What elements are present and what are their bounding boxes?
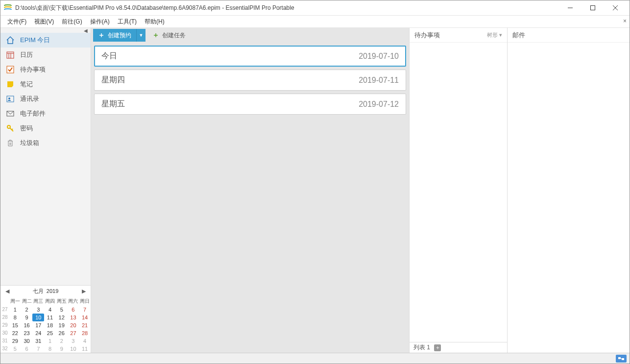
- calendar-day[interactable]: 7: [79, 306, 91, 314]
- day-card[interactable]: 星期四2019-07-11: [94, 70, 406, 91]
- maximize-button[interactable]: [582, 0, 604, 15]
- calendar-day[interactable]: 9: [21, 314, 33, 321]
- week-number: 27: [0, 306, 9, 314]
- calendar-day[interactable]: 20: [68, 321, 79, 329]
- calendar-day[interactable]: 16: [21, 321, 33, 329]
- calendar-day[interactable]: 5: [9, 345, 21, 353]
- app-icon: [3, 3, 12, 12]
- mini-calendar: ◀ 七月 2019 ▶ 周一周二周三周四周五周六周日27123456728891…: [0, 285, 91, 353]
- calendar-day[interactable]: 4: [79, 337, 91, 345]
- todo-panel-header: 待办事项 树形 ▾: [410, 28, 507, 43]
- calendar-day[interactable]: 26: [56, 329, 68, 337]
- day-list: 今日2019-07-10星期四2019-07-11星期五2019-07-12: [91, 43, 409, 115]
- create-task-button[interactable]: ＋ 创建任务: [149, 31, 189, 40]
- content-area: ＋ 创建预约 ▼ ＋ 创建任务 今日2019-07-10星期四2019-07-1…: [91, 28, 409, 353]
- menu-file[interactable]: 文件(F): [3, 16, 30, 28]
- day-date: 2019-07-12: [359, 100, 399, 109]
- calendar-day[interactable]: 1: [9, 306, 21, 314]
- sidebar-item-notes[interactable]: 笔记: [0, 77, 91, 92]
- sidebar-item-label: EPIM 今日: [20, 36, 50, 45]
- calendar-day[interactable]: 25: [44, 329, 56, 337]
- calendar-day[interactable]: 13: [68, 314, 79, 321]
- calendar-day[interactable]: 31: [32, 337, 44, 345]
- weekday-header: 周一: [9, 297, 21, 306]
- calendar-day[interactable]: 24: [32, 329, 44, 337]
- day-card[interactable]: 星期五2019-07-12: [94, 94, 406, 115]
- menu-goto[interactable]: 前往(G): [58, 16, 86, 28]
- next-month-button[interactable]: ▶: [80, 288, 88, 294]
- calendar-day[interactable]: 28: [79, 329, 91, 337]
- menu-action[interactable]: 操作(A): [86, 16, 114, 28]
- calendar-day[interactable]: 1: [44, 337, 56, 345]
- add-list-button[interactable]: ＋: [434, 344, 441, 351]
- calendar-day[interactable]: 10: [68, 345, 79, 353]
- minimize-button[interactable]: [559, 0, 582, 15]
- calendar-day[interactable]: 7: [32, 345, 44, 353]
- calendar-day[interactable]: 22: [9, 329, 21, 337]
- sidebar-item-mail[interactable]: 电子邮件: [0, 106, 91, 121]
- menu-view[interactable]: 视图(V): [30, 16, 58, 28]
- network-status-icon[interactable]: [616, 355, 627, 363]
- calendar-day[interactable]: 11: [79, 345, 91, 353]
- calendar-day[interactable]: 18: [44, 321, 56, 329]
- trash-icon: [5, 138, 15, 148]
- calendar-day[interactable]: 8: [9, 314, 21, 321]
- calendar-day[interactable]: 8: [44, 345, 56, 353]
- todo-view-mode-dropdown[interactable]: 树形 ▾: [487, 31, 502, 39]
- panel-title: 待办事项: [414, 31, 440, 40]
- calendar-day[interactable]: 15: [9, 321, 21, 329]
- day-card[interactable]: 今日2019-07-10: [94, 46, 406, 67]
- calendar-day[interactable]: 2: [21, 306, 33, 314]
- sidebar-item-trash[interactable]: 垃圾箱: [0, 136, 91, 150]
- sidebar-item-epim-today[interactable]: EPIM 今日: [0, 33, 91, 48]
- calendar-day[interactable]: 21: [79, 321, 91, 329]
- calendar-day[interactable]: 29: [9, 337, 21, 345]
- sidebar-item-label: 待办事项: [20, 65, 46, 74]
- titlebar: D:\tools\桌面\安下载\EssentialPIM Pro v8.54.0…: [0, 0, 630, 15]
- menubar-close-icon[interactable]: ×: [623, 18, 627, 24]
- calendar-day[interactable]: 17: [32, 321, 44, 329]
- calendar-day[interactable]: 3: [32, 306, 44, 314]
- create-appointment-dropdown[interactable]: ▼: [137, 29, 145, 42]
- sidebar-item-label: 密码: [20, 124, 33, 133]
- calendar-day[interactable]: 6: [68, 306, 79, 314]
- content-toolbar: ＋ 创建预约 ▼ ＋ 创建任务: [91, 28, 409, 43]
- sidebar-item-todo[interactable]: 待办事项: [0, 62, 91, 77]
- plus-icon: ＋: [152, 31, 159, 40]
- menu-tools[interactable]: 工具(T): [114, 16, 141, 28]
- calendar-day[interactable]: 23: [21, 329, 33, 337]
- mini-calendar-grid: 周一周二周三周四周五周六周日27123456728891011121314291…: [0, 297, 91, 353]
- calendar-day[interactable]: 9: [56, 345, 68, 353]
- sidebar-item-passwords[interactable]: 密码: [0, 121, 91, 136]
- create-appointment-button[interactable]: ＋ 创建预约: [93, 29, 137, 42]
- week-number: 32: [0, 345, 9, 353]
- weekday-header: 周四: [44, 297, 56, 306]
- calendar-day[interactable]: 12: [56, 314, 68, 321]
- prev-month-button[interactable]: ◀: [3, 288, 11, 294]
- menu-help[interactable]: 帮助(H): [141, 16, 169, 28]
- weekday-header: 周六: [68, 297, 79, 306]
- sidebar-item-contacts[interactable]: 通讯录: [0, 92, 91, 106]
- calendar-day[interactable]: 5: [56, 306, 68, 314]
- calendar-day[interactable]: 2: [56, 337, 68, 345]
- sidebar-item-calendar[interactable]: 日历: [0, 48, 91, 62]
- calendar-day[interactable]: 27: [68, 329, 79, 337]
- calendar-day[interactable]: 4: [44, 306, 56, 314]
- sidebar-collapse-button[interactable]: ◀: [0, 28, 91, 33]
- close-button[interactable]: [604, 0, 627, 15]
- svg-rect-9: [7, 96, 14, 102]
- calendar-day[interactable]: 11: [44, 314, 56, 321]
- calendar-day[interactable]: 14: [79, 314, 91, 321]
- calendar-day[interactable]: 6: [21, 345, 33, 353]
- todo-panel: 待办事项 树形 ▾ 列表 1 ＋: [409, 28, 507, 353]
- calendar-day[interactable]: 3: [68, 337, 79, 345]
- month-year-label[interactable]: 七月 2019: [11, 288, 80, 295]
- sidebar-nav: EPIM 今日 日历 待办事项 笔记 通讯录: [0, 33, 91, 285]
- calendar-day[interactable]: 19: [56, 321, 68, 329]
- calendar-icon: [5, 50, 15, 60]
- calendar-day[interactable]: 10: [32, 314, 44, 321]
- list-tab[interactable]: 列表 1: [413, 343, 430, 352]
- week-number: 30: [0, 329, 9, 337]
- calendar-day[interactable]: 30: [21, 337, 33, 345]
- mail-panel-header: 邮件: [508, 28, 630, 43]
